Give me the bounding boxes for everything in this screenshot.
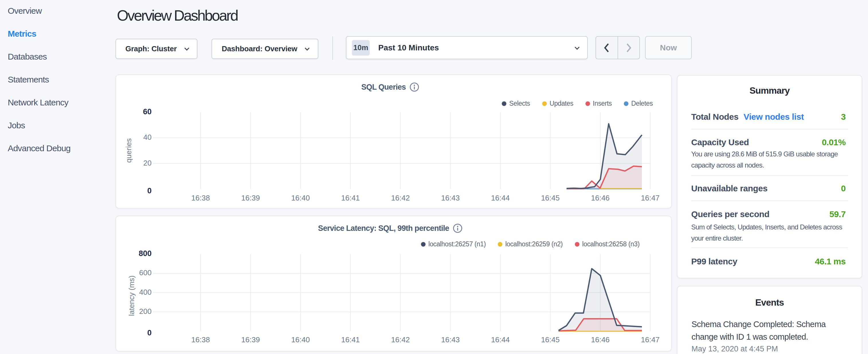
- svg-text:16:42: 16:42: [391, 194, 410, 202]
- svg-text:16:40: 16:40: [291, 194, 310, 202]
- svg-text:16:47: 16:47: [641, 335, 660, 344]
- svg-text:0: 0: [147, 328, 152, 337]
- svg-text:16:38: 16:38: [191, 335, 210, 344]
- svg-text:16:47: 16:47: [641, 194, 660, 202]
- svg-text:200: 200: [139, 307, 152, 316]
- svg-text:16:43: 16:43: [441, 194, 460, 202]
- svg-text:16:44: 16:44: [491, 194, 510, 202]
- svg-text:16:39: 16:39: [241, 194, 260, 202]
- svg-text:16:43: 16:43: [441, 335, 460, 344]
- svg-text:16:40: 16:40: [291, 335, 310, 344]
- svg-text:16:45: 16:45: [541, 194, 560, 202]
- svg-text:16:44: 16:44: [491, 335, 510, 344]
- svg-text:16:41: 16:41: [341, 335, 360, 344]
- svg-text:20: 20: [143, 159, 152, 167]
- svg-text:600: 600: [139, 268, 152, 277]
- svg-text:40: 40: [143, 133, 152, 141]
- svg-text:16:42: 16:42: [391, 335, 410, 344]
- svg-text:60: 60: [143, 107, 152, 116]
- svg-text:0: 0: [147, 187, 152, 195]
- svg-text:16:38: 16:38: [191, 194, 210, 202]
- svg-text:16:39: 16:39: [241, 335, 260, 344]
- svg-text:16:46: 16:46: [591, 335, 610, 344]
- svg-text:800: 800: [139, 249, 152, 258]
- svg-text:400: 400: [139, 288, 152, 296]
- svg-text:16:45: 16:45: [541, 335, 560, 344]
- svg-text:16:41: 16:41: [341, 194, 360, 202]
- svg-text:16:46: 16:46: [591, 194, 610, 202]
